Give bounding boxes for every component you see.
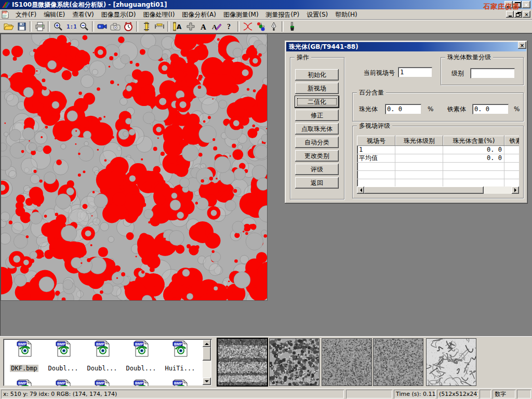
current-view-input[interactable]: 1: [398, 67, 432, 77]
file-item-row2-3[interactable]: BMP: [122, 379, 161, 386]
dialog-close-button[interactable]: ×: [518, 42, 526, 49]
mdi-minimize-button[interactable]: [506, 11, 514, 18]
dialog-title-bar[interactable]: 珠光体(GB/T9441-88): [286, 42, 526, 51]
percent-group: 百分含量 珠光体 0. 0 % 铁素体 0. 0 %: [352, 92, 524, 122]
op-button-5[interactable]: 自动分类: [295, 137, 339, 148]
vscroll-up-button[interactable]: [203, 340, 211, 347]
file-name[interactable]: DKF.bmp: [10, 365, 38, 372]
metallographic-image[interactable]: [1, 34, 267, 300]
table-cell: [504, 171, 519, 179]
ferrite-value-input[interactable]: 0. 0: [472, 104, 509, 114]
table-header-0[interactable]: 视场号: [357, 136, 395, 146]
file-item-1[interactable]: BMPDoubl...: [44, 340, 83, 372]
move-cross-button[interactable]: [184, 21, 197, 32]
file-item-row2-4[interactable]: BMP: [161, 379, 200, 386]
grade-input[interactable]: [470, 68, 515, 78]
op-button-7[interactable]: 评级: [295, 164, 339, 175]
filelist-vscrollbar[interactable]: [203, 340, 211, 385]
help-button[interactable]: ?: [223, 21, 236, 32]
table-row[interactable]: 10. 0: [357, 146, 519, 154]
actual-size-button[interactable]: 1:1: [64, 21, 77, 32]
thumbnail-0[interactable]: [217, 338, 268, 387]
menu-item-8[interactable]: 设置(S): [303, 9, 331, 20]
op-button-8[interactable]: 返回: [295, 177, 339, 189]
text-edit-button[interactable]: A: [210, 21, 223, 32]
table-hscrollbar[interactable]: [357, 187, 519, 194]
table-header-1[interactable]: 珠光体级别: [395, 136, 443, 146]
close-button[interactable]: ×: [522, 1, 530, 8]
video-camera-button[interactable]: [96, 21, 109, 32]
bmp-file-icon: BMP: [161, 379, 200, 386]
still-camera-button[interactable]: [109, 21, 122, 32]
table-header-3[interactable]: 铁素体含量(%): [504, 136, 519, 146]
multi-view-table[interactable]: 视场号珠光体级别珠光体含量(%)铁素体含量(%)10. 0平均值0. 0: [357, 136, 519, 187]
file-item-row2-0[interactable]: BMP: [5, 379, 44, 386]
op-button-3[interactable]: 修正: [295, 110, 339, 121]
table-row[interactable]: [357, 163, 519, 171]
file-name[interactable]: Doubl...: [47, 365, 79, 372]
op-button-0[interactable]: 初始化: [295, 69, 339, 81]
file-item-4[interactable]: BMPHuiTi...: [161, 340, 200, 372]
status-mode: 数字: [493, 390, 515, 398]
open-file-button[interactable]: [2, 21, 15, 32]
op-button-2[interactable]: 二值化: [295, 96, 339, 108]
hscroll-left-button[interactable]: [357, 187, 364, 194]
vscroll-down-button[interactable]: [203, 378, 211, 385]
table-cell: 0. 0: [443, 146, 504, 154]
ferrite-unit: %: [514, 104, 520, 114]
thumbnail-3[interactable]: [373, 338, 423, 386]
menu-item-3[interactable]: 图像显示(D): [98, 9, 140, 20]
color-count-button[interactable]: 13: [254, 21, 267, 32]
zoom-in-button[interactable]: [51, 21, 64, 32]
menu-item-5[interactable]: 图像分析(A): [178, 9, 220, 20]
hscroll-right-button[interactable]: [512, 187, 519, 194]
curve-tool-button[interactable]: [241, 21, 254, 32]
bmp-file-icon: BMP: [44, 340, 83, 357]
file-name[interactable]: Doubl...: [125, 365, 157, 372]
menu-item-6[interactable]: 图像测量(M): [220, 9, 262, 20]
table-cell: [357, 179, 395, 187]
file-item-2[interactable]: BMPDoubl...: [83, 340, 122, 372]
op-button-1[interactable]: 新视场: [295, 83, 339, 94]
pen-tool-button[interactable]: [267, 21, 280, 32]
menu-item-7[interactable]: 测量报告(P): [262, 9, 303, 20]
mdi-restore-button[interactable]: [514, 11, 522, 18]
file-item-row2-2[interactable]: BMP: [83, 379, 122, 386]
thumbnail-2[interactable]: [322, 338, 372, 386]
save-file-button[interactable]: [15, 21, 28, 32]
horizontal-ruler-button[interactable]: [153, 21, 166, 32]
table-row[interactable]: [357, 171, 519, 179]
vscroll-thumb[interactable]: [203, 347, 211, 361]
op-button-4[interactable]: 点取珠光体: [295, 123, 339, 135]
menu-item-0[interactable]: 文件(F): [12, 9, 40, 20]
mdi-close-button[interactable]: ×: [523, 11, 530, 18]
table-row[interactable]: 平均值0. 0: [357, 154, 519, 163]
menu-item-4[interactable]: 图像处理(I): [139, 9, 178, 20]
title-bar: IS100显微摄像系统(金相分析版) - [zhuguangti01] ×: [0, 0, 532, 9]
text-label-button[interactable]: A: [197, 21, 210, 32]
file-item-row2-1[interactable]: BMP: [44, 379, 83, 386]
table-cell: [443, 163, 504, 171]
menu-item-2[interactable]: 查看(V): [69, 9, 98, 20]
menu-item-1[interactable]: 编辑(E): [40, 9, 69, 20]
hscroll-thumb[interactable]: [364, 187, 484, 194]
actual-size-icon: 1:1: [66, 23, 76, 30]
print-button[interactable]: [33, 21, 46, 32]
menu-item-9[interactable]: 帮助(H): [331, 9, 361, 20]
file-item-0[interactable]: BMPDKF.bmp: [5, 340, 44, 372]
file-name[interactable]: Doubl...: [86, 365, 118, 372]
op-button-6[interactable]: 更改类别: [295, 150, 339, 162]
paint-brush-button[interactable]: [285, 21, 298, 32]
timer-button[interactable]: [122, 21, 135, 32]
zoom-out-button[interactable]: [77, 21, 90, 32]
table-header-2[interactable]: 珠光体含量(%): [443, 136, 504, 146]
pearlite-value-input[interactable]: 0. 0: [385, 104, 421, 114]
file-item-3[interactable]: BMPDoubl...: [122, 340, 161, 372]
vertical-caliper-button[interactable]: [140, 21, 153, 32]
thumbnail-1[interactable]: [269, 338, 320, 386]
file-list[interactable]: BMPDKF.bmpBMPDoubl...BMPDoubl...BMPDoubl…: [3, 339, 212, 386]
file-name[interactable]: HuiTi...: [164, 365, 196, 372]
table-row[interactable]: [357, 179, 519, 187]
caliper-text-button[interactable]: A: [171, 21, 184, 32]
thumbnail-4[interactable]: [426, 338, 476, 386]
